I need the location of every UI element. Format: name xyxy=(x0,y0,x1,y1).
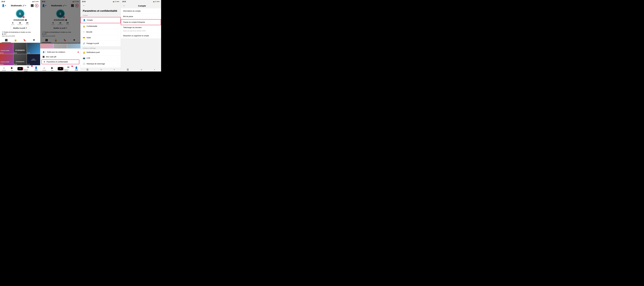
settings-item-partager[interactable]: 🔗 Partager le profil › xyxy=(80,41,121,46)
nav-inbox-2[interactable]: ✉ Boîte de récepti… 5 xyxy=(64,66,72,72)
plus-icon[interactable]: + xyxy=(18,67,23,70)
account-item-infos[interactable]: Informations du compte › xyxy=(121,8,161,14)
settings-item-solde[interactable]: 💳 Solde › xyxy=(80,35,121,41)
video-thumb-4[interactable]: AVOIR DE L'ENVIE ▶ 674 xyxy=(0,54,13,65)
tab-videos[interactable]: ⬛ xyxy=(2,38,11,43)
screen2-profile-menu: 18:18 📷 📶 100% 👤+ Studiomatic 🎤 ⬛ ☰ S + … xyxy=(40,0,80,71)
now-label-2: Now xyxy=(51,70,54,71)
bio-link[interactable]: https://bit.ly/31v4kR9 xyxy=(2,35,15,37)
camera-icon-3: 📷 xyxy=(113,1,114,2)
profile-icon-2: 👤 xyxy=(75,66,78,69)
video-count-6: ▷ 27 xyxy=(28,64,30,65)
confidentialite-left: 🔒 Confidentialité xyxy=(83,25,97,27)
account-item-password[interactable]: Mot de passe › xyxy=(121,14,161,19)
bio-text-1: 🎵 Studios de beatmaking en location au m… xyxy=(2,31,38,37)
settings-item-compte[interactable]: 👤 Compte › xyxy=(80,17,121,23)
inbox-icon-2: ✉ xyxy=(67,66,69,69)
deactivate-left: Désactiver ou supprimer le compte xyxy=(123,35,149,37)
dimmed-overlay xyxy=(40,0,80,44)
video-thumb-5[interactable]: STUDIOMATIC ▶ 203 xyxy=(14,54,27,65)
nav-create-2[interactable]: + xyxy=(56,67,64,70)
username-1: @studiomatic ⬛ xyxy=(14,19,27,21)
status-icons-1: 📷 📶 100% xyxy=(32,1,39,2)
account-item-download[interactable]: Télécharger tes données Reçois une copie… xyxy=(121,25,161,33)
back-arrow-4[interactable]: ← xyxy=(123,4,125,7)
battery-icon: 100% xyxy=(36,1,39,2)
settings-item-historique[interactable]: 🕐 Historique de visionnage › xyxy=(80,61,121,67)
account-item-entreprise[interactable]: Passer en compte Entreprise › xyxy=(121,19,161,25)
settings-item-securite[interactable]: 🛡 Sécurité › xyxy=(80,29,121,35)
partager-left: 🔗 Partager le profil xyxy=(83,42,99,45)
bottom-bar-3: ||| ○ ‹ xyxy=(80,68,121,71)
password-chevron: › xyxy=(158,15,159,17)
compte-chevron: › xyxy=(118,19,118,21)
profile-label: Profil xyxy=(35,70,38,71)
status-bar-1: 18:18 📷 📶 100% xyxy=(0,0,40,3)
notifs-chevron: › xyxy=(118,51,118,53)
overlay-menu: 👤+ Outils pour les créateurs ⬛ Mon code … xyxy=(40,48,80,66)
add-friend-icon[interactable]: 👤+ xyxy=(2,4,6,7)
menu-creators-tools[interactable]: 👤+ Outils pour les créateurs xyxy=(40,50,80,54)
inbox-icon: ✉ xyxy=(27,66,29,69)
video-label-4: AVOIR DE L'ENVIE xyxy=(0,61,9,62)
qr-icon[interactable]: ⬛ xyxy=(31,4,34,7)
menu-qr-code[interactable]: ⬛ Mon code QR xyxy=(40,54,80,59)
settings-item-confidentialite[interactable]: 🔒 Confidentialité › xyxy=(80,23,121,29)
confidentialite-chevron: › xyxy=(118,25,118,27)
suivis-label: Suivis xyxy=(11,24,14,25)
video-label-1: AVOIR DE L'ENVIE xyxy=(0,50,9,51)
video-thumb-1[interactable]: AVOIR DE L'ENVIE ▶ 674 xyxy=(0,43,13,54)
qr-menu-icon: ⬛ xyxy=(42,56,44,58)
stat-followers: 16 Followers xyxy=(17,22,23,25)
settings-item-live[interactable]: 📺 LIVE › xyxy=(80,55,121,61)
edit-profile-btn-1[interactable]: Modifier le profil ▾ xyxy=(10,26,30,30)
home-label-2: Accueil xyxy=(42,70,46,71)
account-header: ← Compte xyxy=(121,3,161,8)
menu-button[interactable]: ☰ xyxy=(35,4,38,7)
nav-create-1[interactable]: + xyxy=(16,67,24,70)
tab-liked[interactable]: ❤ xyxy=(29,38,38,43)
tab-locked[interactable]: 🔒 xyxy=(11,38,20,43)
account-item-deactivate[interactable]: Désactiver ou supprimer le compte › xyxy=(121,33,161,38)
nav-inbox-1[interactable]: ✉ Boîte de récepti… 5 xyxy=(24,66,32,72)
nav-profile-2[interactable]: 👤 Profil xyxy=(72,66,80,71)
historique-chevron: › xyxy=(118,63,118,65)
nav-back-4[interactable]: ‹ xyxy=(154,68,155,71)
infos-label: Informations du compte xyxy=(123,10,140,12)
live-left: 📺 LIVE xyxy=(83,57,90,59)
video-thumb-2[interactable]: STUDIOMATIC ▶ 203 xyxy=(14,43,27,54)
profile-title-1: Studiomatic 🎤 xyxy=(11,4,26,7)
status-icons-3: 📷 📶 100% xyxy=(113,1,119,2)
nav-lines-3: ||| xyxy=(86,68,88,71)
menu-dot xyxy=(78,51,79,53)
inbox-label-2: Boîte de récepti… xyxy=(64,69,72,72)
followers-num: 16 xyxy=(17,22,23,24)
nav-back-3[interactable]: ‹ xyxy=(114,68,114,71)
tab-bookmarks[interactable]: 🔖 xyxy=(20,38,29,43)
avatar-plus-1[interactable]: + xyxy=(22,16,24,18)
nav-home-2[interactable]: ⌂ Accueil xyxy=(40,66,48,71)
historique-icon: 🕐 xyxy=(83,63,85,65)
menu-settings[interactable]: ⚙ Paramètres et confidentialité xyxy=(42,59,79,64)
signal-icon-3: 📶 xyxy=(115,1,116,2)
avatar-section-1: S + @studiomatic ⬛ 9 Suivis 16 Followers… xyxy=(0,8,40,30)
nav-now-2[interactable]: ▶ Now xyxy=(48,66,56,71)
confidentialite-icon: 🔒 xyxy=(83,25,85,27)
video-count-3: ▷ 27 xyxy=(28,52,30,54)
suivis-num: 9 xyxy=(11,22,14,24)
video-thumb-3[interactable]: ▷ 27 xyxy=(27,43,40,54)
settings-menu-icon: ⚙ xyxy=(44,61,45,63)
camera-icon-4: 📷 xyxy=(153,1,154,2)
inbox-label: Boîte de récepti… xyxy=(24,69,32,72)
video-thumb-6[interactable]: 100% autonomes ▷ 27 xyxy=(27,54,40,65)
entreprise-chevron: › xyxy=(158,21,158,23)
confidentialite-label: Confidentialité xyxy=(86,25,97,27)
settings-item-notifs[interactable]: 🔔 Notifications push › xyxy=(80,50,121,55)
partager-label: Partager le profil xyxy=(86,42,99,44)
plus-icon-2[interactable]: + xyxy=(58,67,63,70)
nav-now-1[interactable]: ▶ Now xyxy=(8,66,16,71)
video-count-5: ▶ 203 xyxy=(14,64,17,65)
nav-home-1[interactable]: ⌂ Accueil xyxy=(0,66,8,71)
back-arrow-3[interactable]: ← xyxy=(83,4,85,7)
nav-profile-1[interactable]: 👤 Profil xyxy=(32,66,40,71)
